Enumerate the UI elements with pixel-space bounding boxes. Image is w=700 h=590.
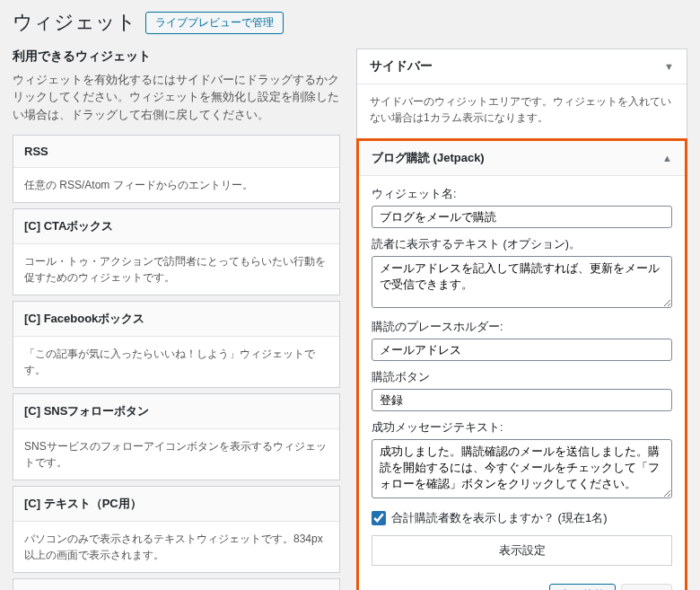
widget-item[interactable]: [C] SNSフォローボタン SNSサービスのフォローアイコンボタンを表示するウ… [13,393,340,480]
widget-item[interactable]: RSS 任意の RSS/Atom フィードからのエントリー。 [13,135,340,203]
widget-item-desc: 「この記事が気に入ったらいいね！しよう」ウィジェットです。 [13,337,339,387]
sidebar-panel-title: サイドバー [370,58,433,75]
reader-text-label: 読者に表示するテキスト (オプション)。 [372,237,672,252]
reader-text-textarea[interactable]: メールアドレスを記入して購読すれば、更新をメールで受信できます。 [372,256,672,308]
subscribe-button-label: 購読ボタン [372,370,672,385]
success-message-textarea[interactable]: 成功しました。購読確認のメールを送信しました。購読を開始するには、今すぐメールを… [372,439,672,498]
widget-name-input[interactable] [372,206,672,228]
chevron-down-icon: ▼ [664,61,674,72]
show-subscriber-count-label: 合計購読者数を表示しますか？ (現在1名) [391,510,608,526]
widget-item[interactable]: [C] テキスト（モバイル用） モバイルのみで表示されるテキストウィジェットです… [13,578,340,590]
sidebar-area-column: サイドバー ▼ サイドバーのウィジットエリアです。ウィジェットを入れていない場合… [356,48,687,590]
subscribe-button-input[interactable] [372,389,672,411]
manage-live-preview-button[interactable]: ライブプレビューで管理 [145,12,284,34]
widget-editor-panel: ブログ購読 (Jetpack) ▲ ウィジェット名: 読者に表示するテキスト (… [356,138,687,590]
widget-item-title: [C] SNSフォローボタン [13,394,339,429]
show-subscriber-count-checkbox[interactable] [372,511,386,525]
widget-item[interactable]: [C] Facebookボックス 「この記事が気に入ったらいいね！しよう」ウィジ… [13,301,340,388]
widget-item-title: [C] CTAボックス [13,209,339,244]
widget-item[interactable]: [C] テキスト（PC用） パソコンのみで表示されるテキストウィジェットです。8… [13,486,340,573]
sidebar-panel-header[interactable]: サイドバー ▼ [357,49,687,84]
visibility-button[interactable]: 表示状態 [549,584,616,590]
widget-item-title: [C] Facebookボックス [13,302,339,337]
chevron-up-icon: ▲ [662,153,672,163]
available-widgets-column: 利用できるウィジェット ウィジェットを有効化するにはサイドバーにドラッグするかク… [13,48,340,590]
available-widgets-description: ウィジェットを有効化するにはサイドバーにドラッグするかクリックしてください。ウィ… [13,72,340,124]
display-settings-toggle[interactable]: 表示設定 [372,535,672,566]
widget-item-title: [C] テキスト（モバイル用） [13,579,339,590]
widget-item-desc: コール・トゥ・アクションで訪問者にとってもらいたい行動を促すためのウィジェットで… [13,244,339,295]
widget-item-desc: パソコンのみで表示されるテキストウィジェットです。834px以上の画面で表示され… [13,522,339,572]
available-widgets-heading: 利用できるウィジェット [13,48,340,65]
sidebar-panel-description: サイドバーのウィジットエリアです。ウィジェットを入れていない場合は1カラム表示に… [357,84,687,138]
sidebar-panel: サイドバー ▼ サイドバーのウィジットエリアです。ウィジェットを入れていない場合… [356,48,687,139]
widget-item-title: [C] テキスト（PC用） [13,487,339,522]
saved-button: Saved [621,584,672,590]
widget-item[interactable]: [C] CTAボックス コール・トゥ・アクションで訪問者にとってもらいたい行動を… [13,208,340,295]
widget-item-title: RSS [13,136,339,168]
widget-editor-header[interactable]: ブログ購読 (Jetpack) ▲ [359,141,685,176]
page-title: ウィジェット [13,9,136,36]
widget-item-desc: 任意の RSS/Atom フィードからのエントリー。 [13,168,339,202]
placeholder-input[interactable] [372,339,672,361]
placeholder-label: 購読のプレースホルダー: [372,320,672,335]
widget-item-desc: SNSサービスのフォローアイコンボタンを表示するウィジェットです。 [13,429,339,480]
widget-name-label: ウィジェット名: [372,187,672,202]
success-message-label: 成功メッセージテキスト: [372,420,672,436]
widget-editor-title: ブログ購読 (Jetpack) [372,150,485,166]
